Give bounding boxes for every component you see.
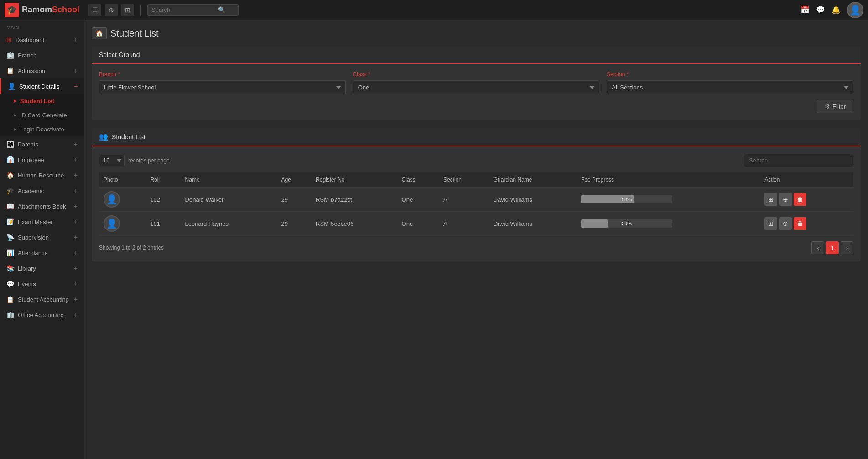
table-header-row: Photo Roll Name Age Register No Class Se… xyxy=(99,172,853,188)
events-plus-icon: + xyxy=(74,280,78,287)
student-list-card-header: 👥 Student List xyxy=(92,128,861,146)
sidebar-label-dashboard: Dashboard xyxy=(16,37,70,43)
content-area: 🏠 Student List Select Ground Branch * Li… xyxy=(84,20,868,459)
academic-plus-icon: + xyxy=(74,187,78,194)
id-card-label: ID Card Generate xyxy=(20,112,67,119)
employee-icon: 👔 xyxy=(6,156,14,163)
page-title: Student List xyxy=(110,28,159,39)
sidebar-item-branch[interactable]: 🏢 Branch xyxy=(0,47,84,63)
table-row: 👤 102 Donald Walker 29 RSM-b7a22ct One A… xyxy=(99,188,853,212)
admission-plus-icon: + xyxy=(74,67,78,74)
page-1-button[interactable]: 1 xyxy=(826,241,839,254)
cell-fee-1: 29% xyxy=(577,212,760,236)
sidebar-item-office-accounting[interactable]: 🏢 Office Accounting + xyxy=(0,307,84,323)
class-label: Class * xyxy=(353,71,600,78)
top-right-area: 📅 💬 🔔 👤 xyxy=(800,2,863,18)
sidebar-item-exam-master[interactable]: 📝 Exam Master + xyxy=(0,214,84,230)
view-action-button-1[interactable]: ⊕ xyxy=(779,217,792,230)
cell-register-0: RSM-b7a22ct xyxy=(311,188,397,212)
menu-button[interactable]: ☰ xyxy=(88,4,101,16)
employee-plus-icon: + xyxy=(74,156,78,163)
student-list-body: 10 25 50 100 records per page xyxy=(92,146,861,261)
events-icon: 💬 xyxy=(6,280,14,287)
student-list-title: Student List xyxy=(112,133,146,141)
per-page-select[interactable]: 10 25 50 100 xyxy=(99,155,125,166)
academic-icon: 🎓 xyxy=(6,187,14,194)
student-list-card: 👥 Student List 10 25 50 100 records per … xyxy=(92,128,861,261)
sidebar-item-events[interactable]: 💬 Events + xyxy=(0,276,84,292)
grid-button[interactable]: ⊞ xyxy=(121,4,134,16)
calendar-icon[interactable]: 📅 xyxy=(800,5,810,14)
separator xyxy=(140,5,141,16)
section-select[interactable]: All Sections A B C xyxy=(607,80,853,94)
grid-action-button-1[interactable]: ⊞ xyxy=(764,217,777,230)
user-avatar[interactable]: 👤 xyxy=(847,2,863,18)
filter-button[interactable]: ⚙ Filter xyxy=(817,100,853,113)
progress-label-0: 58% xyxy=(581,195,672,203)
view-action-button-0[interactable]: ⊕ xyxy=(779,193,792,206)
exam-master-icon: 📝 xyxy=(6,218,14,225)
sidebar-item-student-accounting[interactable]: 📋 Student Accounting + xyxy=(0,292,84,307)
class-select[interactable]: One Two Three xyxy=(353,80,600,94)
delete-action-button-0[interactable]: 🗑 xyxy=(794,193,806,206)
cell-guardian-0: David Williams xyxy=(489,188,577,212)
records-label: records per page xyxy=(128,157,170,164)
table-search-input[interactable] xyxy=(744,154,853,167)
search-input[interactable] xyxy=(151,6,215,13)
refresh-button[interactable]: ⊕ xyxy=(105,4,118,16)
cell-roll-1: 101 xyxy=(146,212,180,236)
branch-label: Branch * xyxy=(99,71,346,78)
cell-photo-1: 👤 xyxy=(99,212,146,236)
sidebar-sub-login-deactivate[interactable]: Login Deactivate xyxy=(0,122,84,136)
sidebar-item-admission[interactable]: 📋 Admission + xyxy=(0,63,84,78)
sidebar-item-parents[interactable]: 👨‍👩‍👧 Parents + xyxy=(0,136,84,152)
sidebar-item-attachments-book[interactable]: 📖 Attachments Book + xyxy=(0,198,84,214)
records-per-page-area: 10 25 50 100 records per page xyxy=(99,155,170,166)
next-page-button[interactable]: › xyxy=(841,241,853,254)
col-action: Action xyxy=(760,172,853,188)
sidebar-sub-id-card[interactable]: ID Card Generate xyxy=(0,108,84,122)
parents-icon: 👨‍👩‍👧 xyxy=(6,141,14,148)
parents-plus-icon: + xyxy=(74,141,78,148)
sidebar-item-academic[interactable]: 🎓 Academic + xyxy=(0,183,84,198)
sidebar-item-attendance[interactable]: 📊 Attendance + xyxy=(0,245,84,261)
sidebar-item-human-resource[interactable]: 🏠 Human Resource + xyxy=(0,167,84,183)
sidebar-label-student-accounting: Student Accounting xyxy=(18,296,70,303)
filter-row: ⚙ Filter xyxy=(99,100,853,113)
action-btns-0: ⊞ ⊕ 🗑 xyxy=(764,193,849,206)
student-avatar-1: 👤 xyxy=(104,215,120,232)
logo: 🎓 RamomSchool xyxy=(5,3,79,17)
fee-progress-0: 58% xyxy=(581,195,672,203)
cell-action-1: ⊞ ⊕ 🗑 xyxy=(760,212,853,236)
col-guardian: Guardian Name xyxy=(489,172,577,188)
section-label: Section * xyxy=(607,71,853,78)
sidebar-item-dashboard[interactable]: ⊞ Dashboard + xyxy=(0,32,84,47)
col-section: Section xyxy=(439,172,489,188)
office-accounting-plus-icon: + xyxy=(74,311,78,318)
cell-section-0: A xyxy=(439,188,489,212)
bell-icon[interactable]: 🔔 xyxy=(832,5,841,14)
student-list-title-area: 👥 Student List xyxy=(99,132,853,141)
sidebar-label-library: Library xyxy=(18,265,70,272)
sidebar-label-student-details: Student Details xyxy=(19,83,70,90)
col-register-no: Register No xyxy=(311,172,397,188)
class-required: * xyxy=(368,71,370,78)
sidebar-label-employee: Employee xyxy=(18,156,70,163)
sidebar-sub-student-list[interactable]: Student List xyxy=(0,94,84,108)
branch-required: * xyxy=(118,71,120,78)
progress-label-1: 29% xyxy=(581,219,672,228)
col-name: Name xyxy=(181,172,277,188)
login-deactivate-label: Login Deactivate xyxy=(20,126,64,133)
prev-page-button[interactable]: ‹ xyxy=(811,241,824,254)
sidebar-item-supervision[interactable]: 📡 Supervision + xyxy=(0,230,84,245)
student-details-minus-icon: − xyxy=(74,83,78,90)
grid-action-button-0[interactable]: ⊞ xyxy=(764,193,777,206)
sidebar-item-student-details[interactable]: 👤 Student Details − xyxy=(0,78,84,94)
branch-select[interactable]: Little Flower School xyxy=(99,80,346,94)
attendance-icon: 📊 xyxy=(6,249,14,256)
col-class: Class xyxy=(397,172,439,188)
chat-icon[interactable]: 💬 xyxy=(816,5,825,14)
delete-action-button-1[interactable]: 🗑 xyxy=(794,217,806,230)
sidebar-item-employee[interactable]: 👔 Employee + xyxy=(0,152,84,167)
sidebar-item-library[interactable]: 📚 Library + xyxy=(0,261,84,276)
